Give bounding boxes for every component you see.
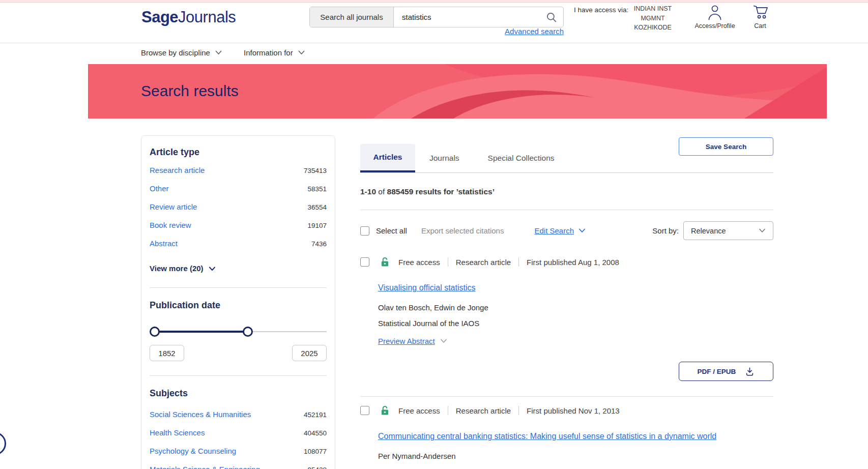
tab-journals[interactable]: Journals bbox=[415, 144, 474, 172]
select-all-checkbox[interactable] bbox=[360, 226, 369, 236]
chevron-down-icon bbox=[759, 228, 766, 233]
filter-link-other[interactable]: Other bbox=[150, 184, 169, 194]
year-from-field[interactable]: 1852 bbox=[150, 345, 184, 361]
nav-info-label: Information for bbox=[244, 48, 293, 57]
result-checkbox[interactable] bbox=[360, 257, 369, 267]
result-meta-row: Free access Research article First publi… bbox=[360, 405, 773, 416]
institution-line: KOZHIKODE bbox=[624, 23, 681, 33]
filter-link-book-review[interactable]: Book review bbox=[150, 220, 191, 230]
meta-separator bbox=[448, 257, 448, 267]
cart-button[interactable]: Cart bbox=[746, 4, 774, 30]
sort-select[interactable]: Relevance bbox=[683, 221, 773, 240]
access-via-label: I have access via: bbox=[574, 6, 628, 14]
subject-link-materials-science[interactable]: Materials Science & Engineering bbox=[150, 464, 260, 469]
publication-date-heading: Publication date bbox=[150, 300, 327, 310]
meta-separator bbox=[518, 406, 519, 415]
page-title: Search results bbox=[141, 82, 239, 100]
result-item: Free access Research article First publi… bbox=[360, 257, 773, 346]
nav-browse-label: Browse by discipline bbox=[141, 48, 210, 57]
slider-handle-max[interactable] bbox=[243, 327, 253, 337]
open-padlock-icon bbox=[380, 405, 390, 416]
select-all-label: Select all bbox=[376, 226, 407, 235]
filter-count: 108077 bbox=[304, 447, 327, 457]
header-divider bbox=[0, 43, 868, 43]
sage-journals-logo[interactable]: SageJournals bbox=[141, 8, 236, 26]
publication-date-slider bbox=[150, 327, 327, 337]
article-title-link[interactable]: Visualising official statistics bbox=[378, 283, 476, 293]
pdf-epub-label: PDF / EPUB bbox=[698, 368, 736, 375]
pdf-epub-download-button[interactable]: PDF / EPUB bbox=[679, 362, 773, 381]
view-more-label: View more (20) bbox=[150, 263, 204, 274]
export-citations-button[interactable]: Export selected citations bbox=[421, 226, 504, 235]
advanced-search-link[interactable]: Advanced search bbox=[502, 27, 564, 36]
filter-count: 36554 bbox=[307, 202, 327, 213]
view-more-button[interactable]: View more (20) bbox=[150, 263, 216, 274]
filter-link-review-article[interactable]: Review article bbox=[150, 202, 197, 212]
preview-abstract-label: Preview Abstract bbox=[378, 337, 435, 345]
access-profile-button[interactable]: Access/Profile bbox=[692, 4, 738, 30]
edit-search-button[interactable]: Edit Search bbox=[534, 226, 586, 235]
filter-row: Abstract 7436 bbox=[150, 239, 327, 249]
filter-count: 58351 bbox=[307, 184, 327, 194]
access-badge: Free access bbox=[398, 258, 440, 267]
tab-special-collections[interactable]: Special Collections bbox=[474, 144, 569, 172]
search-bar: Search all journals bbox=[309, 7, 564, 27]
open-padlock-icon bbox=[380, 256, 390, 268]
meta-separator bbox=[448, 406, 448, 415]
chevron-down-icon bbox=[440, 339, 447, 343]
results-count-text: 885459 results for ’statistics’ bbox=[387, 187, 495, 196]
access-profile-label: Access/Profile bbox=[695, 22, 735, 30]
logo-journals: Journals bbox=[178, 8, 236, 26]
search-scope-dropdown[interactable]: Search all journals bbox=[310, 7, 394, 27]
feedback-button[interactable] bbox=[0, 432, 6, 455]
nav-browse-by-discipline[interactable]: Browse by discipline bbox=[141, 46, 222, 59]
sidebar-divider bbox=[150, 375, 327, 376]
filter-link-research-article[interactable]: Research article bbox=[150, 165, 205, 175]
filter-row: Health Sciences 404550 bbox=[150, 428, 327, 438]
subject-link-psychology-counseling[interactable]: Psychology & Counseling bbox=[150, 446, 236, 456]
preview-abstract-button[interactable]: Preview Abstract bbox=[378, 337, 447, 345]
filter-count: 7436 bbox=[311, 239, 327, 249]
article-type-heading: Article type bbox=[150, 147, 327, 157]
results-of: of bbox=[376, 187, 387, 196]
edit-search-label: Edit Search bbox=[534, 226, 574, 235]
filter-row: Social Sciences & Humanities 452191 bbox=[150, 409, 327, 420]
filter-link-abstract[interactable]: Abstract bbox=[150, 239, 178, 249]
sidebar-divider bbox=[150, 287, 327, 288]
institution-line: MGMNT bbox=[624, 14, 681, 23]
filter-count: 452191 bbox=[304, 410, 327, 420]
sort-group: Sort by: Relevance bbox=[652, 221, 773, 240]
nav-information-for[interactable]: Information for bbox=[244, 46, 305, 59]
subject-link-health-sciences[interactable]: Health Sciences bbox=[150, 428, 205, 438]
results-divider bbox=[360, 396, 773, 397]
sort-select-value: Relevance bbox=[691, 227, 726, 235]
year-to-field[interactable]: 2025 bbox=[292, 345, 327, 361]
results-divider bbox=[360, 210, 773, 210]
filter-count: 95428 bbox=[307, 465, 327, 469]
filter-row: Research article 735413 bbox=[150, 165, 327, 176]
search-results-banner: Search results bbox=[88, 64, 827, 119]
chevron-down-icon bbox=[209, 267, 216, 271]
filter-row: Book review 19107 bbox=[150, 220, 327, 231]
slider-selected-range bbox=[153, 331, 251, 333]
published-date: First published Nov 1, 2013 bbox=[527, 406, 620, 415]
subject-link-social-sciences[interactable]: Social Sciences & Humanities bbox=[150, 409, 251, 420]
chevron-down-icon bbox=[215, 50, 222, 55]
slider-handle-min[interactable] bbox=[150, 327, 160, 337]
institution-line: INDIAN INST bbox=[624, 4, 681, 14]
chevron-down-icon bbox=[298, 50, 305, 55]
article-authors: Per Nymand-Andersen bbox=[378, 452, 773, 460]
filter-row: Other 58351 bbox=[150, 184, 327, 194]
article-type-label: Research article bbox=[456, 406, 511, 415]
search-icon[interactable] bbox=[545, 11, 558, 24]
tab-articles[interactable]: Articles bbox=[360, 144, 415, 172]
filter-row: Review article 36554 bbox=[150, 202, 327, 213]
article-authors: Olav ten Bosch, Edwin de Jonge bbox=[378, 303, 773, 312]
search-scope-label: Search all journals bbox=[320, 13, 383, 21]
article-title-link[interactable]: Communicating central banking statistics… bbox=[378, 431, 716, 442]
subjects-heading: Subjects bbox=[150, 388, 327, 398]
results-controls: Select all Export selected citations Edi… bbox=[360, 221, 773, 240]
search-input[interactable] bbox=[401, 12, 545, 22]
result-checkbox[interactable] bbox=[360, 406, 369, 415]
article-journal: Statistical Journal of the IAOS bbox=[378, 319, 773, 328]
